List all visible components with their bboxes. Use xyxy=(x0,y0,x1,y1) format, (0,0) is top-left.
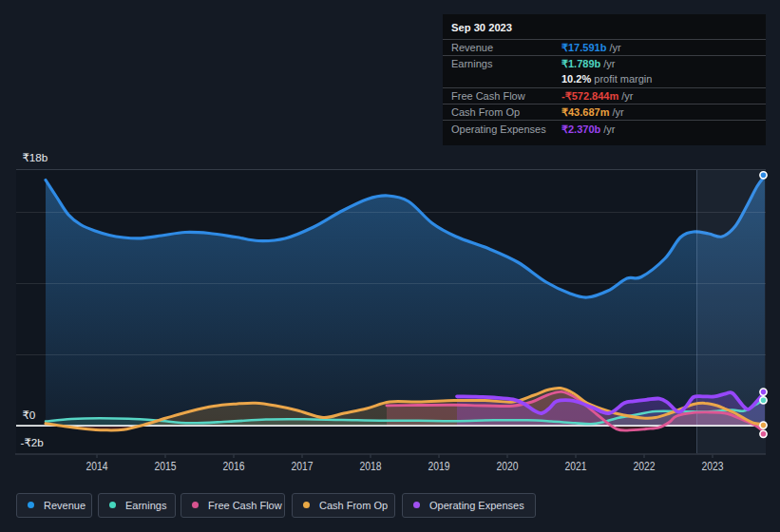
svg-text:₹0: ₹0 xyxy=(22,408,35,421)
svg-text:2017: 2017 xyxy=(292,460,314,473)
svg-text:-₹2b: -₹2b xyxy=(21,436,45,448)
svg-text:2021: 2021 xyxy=(565,460,587,473)
svg-text:2014: 2014 xyxy=(86,460,108,473)
svg-text:2020: 2020 xyxy=(497,460,519,473)
svg-text:2015: 2015 xyxy=(155,460,177,473)
svg-text:₹18b: ₹18b xyxy=(22,151,48,163)
svg-text:2018: 2018 xyxy=(360,460,382,473)
svg-text:2019: 2019 xyxy=(428,460,450,473)
svg-text:2022: 2022 xyxy=(634,460,656,473)
svg-text:2016: 2016 xyxy=(223,460,245,473)
svg-text:2023: 2023 xyxy=(702,460,724,473)
